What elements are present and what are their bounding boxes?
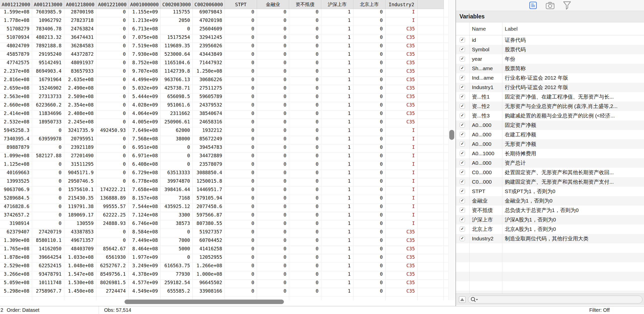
cell[interactable]: 0 [225, 119, 257, 127]
cell[interactable]: 63959978 [32, 136, 64, 144]
cell[interactable]: 10111748 [32, 280, 64, 288]
cell[interactable] [418, 254, 444, 263]
column-header-A001218000[interactable]: A001218000 [64, 0, 96, 9]
cell[interactable]: 0 [289, 246, 321, 254]
cell[interactable]: 0 [257, 195, 289, 203]
cell[interactable]: 2.245e+08 [64, 119, 96, 127]
cell[interactable]: 0 [289, 229, 321, 237]
cell[interactable]: 2077458.6 [193, 204, 225, 212]
cell[interactable]: 0 [354, 110, 386, 119]
cell[interactable]: 0 [354, 127, 386, 136]
cell[interactable]: 5.032e+09 [128, 85, 161, 93]
cell[interactable]: I [386, 153, 418, 161]
cell[interactable]: 1 [321, 102, 354, 110]
cell[interactable]: 2724474 [96, 288, 128, 296]
cell[interactable]: 2311662 [161, 110, 193, 119]
variable-row[interactable]: ✓北京上市北京A股为1，否则为0 [456, 224, 644, 234]
cell[interactable]: 40169663 [0, 170, 32, 178]
variable-checkbox[interactable]: ✓ [460, 47, 465, 52]
cell[interactable]: 1.000e+08 [193, 271, 225, 280]
cell[interactable]: 0 [96, 77, 128, 85]
cell[interactable]: 0 [354, 263, 386, 271]
cell[interactable] [418, 85, 444, 93]
cell[interactable]: I [386, 178, 418, 186]
column-header-金融业[interactable]: 金融业 [257, 0, 289, 9]
variables-name-column-header[interactable]: Name [472, 22, 486, 35]
cell[interactable]: 3198914 [0, 220, 32, 229]
variable-row[interactable]: ✓A0...1000长期待摊费用 [456, 149, 644, 158]
cell[interactable]: 0 [32, 127, 64, 136]
variable-checkbox[interactable]: ✓ [460, 141, 465, 147]
cell[interactable] [418, 212, 444, 220]
cell[interactable]: C35 [386, 263, 418, 271]
snapshot-camera-icon[interactable] [546, 1, 554, 10]
cell[interactable] [418, 178, 444, 186]
cell[interactable]: 0 [257, 60, 289, 68]
cell[interactable]: 5.298e+08 [0, 288, 32, 296]
variables-label-column-header[interactable]: Label [505, 22, 518, 35]
variable-checkbox[interactable]: ✓ [460, 75, 465, 80]
column-header-Industry2[interactable]: Industry2 [386, 0, 418, 9]
cell[interactable]: 4.005e+09 [128, 119, 161, 127]
cell[interactable]: 951061.6 [161, 102, 193, 110]
cell[interactable]: 0 [225, 60, 257, 68]
cell[interactable]: C35 [386, 34, 418, 42]
cell[interactable]: 89887879 [0, 144, 32, 153]
cell[interactable] [418, 102, 444, 110]
cell[interactable] [418, 170, 444, 178]
cell[interactable]: 48091937 [64, 60, 96, 68]
cell[interactable]: C35 [386, 288, 418, 296]
cell[interactable]: 0 [96, 17, 128, 26]
cell[interactable]: 1 [321, 229, 354, 237]
cell[interactable]: 9.707e+08 [128, 68, 161, 76]
cell[interactable]: 0 [257, 26, 289, 34]
cell[interactable] [418, 288, 444, 296]
variable-checkbox[interactable]: ✓ [460, 122, 465, 128]
cell[interactable] [418, 94, 444, 102]
cell[interactable]: 0 [354, 136, 386, 144]
cell[interactable]: 0 [225, 9, 257, 17]
cell[interactable]: 69079843 [193, 9, 225, 17]
cell[interactable]: 425738.71 [161, 85, 193, 93]
cell[interactable]: 27420719 [32, 229, 64, 237]
cell[interactable]: 0 [289, 136, 321, 144]
cell[interactable]: 0 [257, 280, 289, 288]
cell[interactable]: 1 [321, 110, 354, 119]
cell[interactable]: 0 [96, 144, 128, 153]
cell[interactable]: 0 [225, 170, 257, 178]
cell[interactable]: 0 [257, 237, 289, 246]
cell[interactable]: 1 [321, 43, 354, 51]
cell[interactable]: I [386, 187, 418, 195]
variable-row[interactable]: ✓金融业金融业为1，否则为0 [456, 196, 644, 206]
cell[interactable]: 0 [257, 51, 289, 59]
cell[interactable]: 8.584e+08 [128, 229, 161, 237]
cell[interactable]: 6252767.2 [96, 263, 128, 271]
cell[interactable]: 0 [96, 102, 128, 110]
cell[interactable]: 0 [257, 254, 289, 263]
cell[interactable] [418, 77, 444, 85]
cell[interactable] [418, 229, 444, 237]
cell[interactable]: 5.444e+09 [128, 94, 161, 102]
variable-row[interactable]: ✓id证券代码 [456, 35, 644, 45]
cell[interactable]: 0 [354, 9, 386, 17]
cell[interactable]: 3.266e+08 [0, 271, 32, 280]
cell[interactable]: 0 [225, 187, 257, 195]
cell[interactable]: 2.490e+08 [64, 85, 96, 93]
cell[interactable]: 8.157e+08 [128, 195, 161, 203]
cell[interactable]: 0 [32, 204, 64, 212]
cell[interactable]: 4716828.6 [0, 204, 32, 212]
cell[interactable]: 0 [354, 220, 386, 229]
cell[interactable]: 62000 [161, 127, 193, 136]
cell[interactable]: 0 [354, 246, 386, 254]
variable-checkbox[interactable]: ✓ [460, 151, 465, 156]
cell[interactable]: C35 [386, 51, 418, 59]
cell[interactable]: 0 [354, 34, 386, 42]
cell[interactable]: 28700198 [64, 9, 96, 17]
cell[interactable]: 0 [96, 51, 128, 59]
cell[interactable]: 0 [257, 110, 289, 119]
cell[interactable]: 23921189 [64, 144, 96, 153]
cell[interactable]: 27313733 [32, 94, 64, 102]
cell[interactable]: 18950733 [32, 119, 64, 127]
cell[interactable]: 11834696 [32, 110, 64, 119]
cell[interactable]: 3300 [161, 212, 193, 220]
